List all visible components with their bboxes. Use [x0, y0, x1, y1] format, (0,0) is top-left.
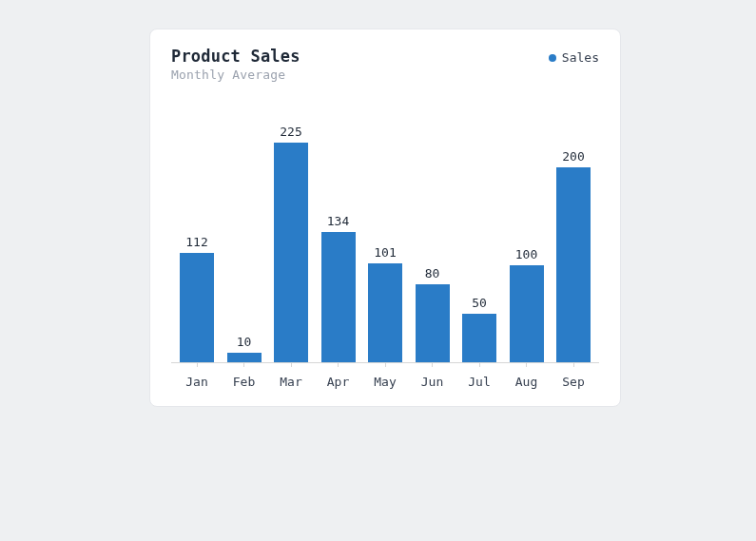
legend: Sales	[549, 50, 599, 65]
bar-slot: 225	[269, 108, 313, 362]
legend-label: Sales	[562, 50, 599, 65]
chart-title: Product Sales	[171, 47, 300, 66]
bar-slot: 10	[223, 108, 266, 362]
bar-value-label: 112	[185, 236, 207, 248]
x-axis-label: May	[363, 375, 407, 389]
chart-subtitle: Monthly Average	[171, 68, 300, 82]
chart-header: Product Sales Monthly Average Sales	[171, 47, 599, 82]
chart-card: Product Sales Monthly Average Sales 1121…	[149, 29, 621, 407]
x-tick	[223, 362, 266, 367]
x-axis-label: Jun	[411, 375, 455, 389]
bar-value-label: 80	[425, 267, 440, 280]
bar	[180, 253, 214, 362]
bar-slot: 200	[552, 108, 595, 362]
x-tick	[317, 362, 360, 367]
bar	[462, 314, 496, 362]
x-tick	[175, 362, 219, 367]
x-tick	[505, 362, 549, 367]
bar-value-label: 10	[237, 336, 252, 348]
x-axis-label: Sep	[552, 375, 595, 389]
x-tick	[457, 362, 501, 367]
x-tick-row	[171, 362, 599, 367]
x-axis-label: Mar	[269, 375, 313, 389]
bar-slot: 112	[175, 108, 219, 362]
x-tick	[363, 362, 407, 367]
x-axis-label: Jan	[175, 375, 219, 389]
bar-slot: 50	[457, 108, 501, 362]
bar	[416, 284, 450, 362]
bar-slot: 100	[505, 108, 549, 362]
x-tick	[552, 362, 595, 367]
plot-area: 112102251341018050100200	[171, 108, 599, 363]
bar-value-label: 50	[472, 297, 487, 309]
bar-value-label: 225	[280, 126, 301, 138]
x-axis-label: Feb	[223, 375, 266, 389]
bar-value-label: 200	[562, 150, 584, 163]
bar-slot: 101	[363, 108, 407, 362]
legend-swatch-icon	[549, 54, 556, 62]
bar	[556, 167, 591, 362]
bar-slot: 134	[317, 108, 360, 362]
bar-value-label: 100	[515, 248, 537, 261]
bar-value-label: 134	[327, 215, 349, 227]
x-tick	[411, 362, 455, 367]
x-tick	[269, 362, 313, 367]
x-axis-label: Jul	[457, 375, 501, 389]
bar	[274, 143, 308, 362]
bar	[321, 232, 356, 362]
x-axis-label: Apr	[317, 375, 360, 389]
bar-slot: 80	[411, 108, 455, 362]
bar	[510, 265, 544, 363]
bar-value-label: 101	[374, 246, 396, 259]
titles: Product Sales Monthly Average	[171, 47, 300, 82]
x-axis-labels: JanFebMarAprMayJunJulAugSep	[171, 375, 599, 389]
x-axis-label: Aug	[505, 375, 549, 389]
bar	[368, 263, 402, 362]
bar	[227, 353, 262, 362]
